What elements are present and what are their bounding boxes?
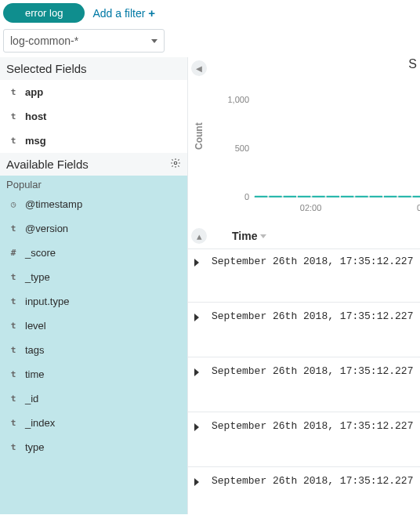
field-name: host (25, 111, 46, 122)
time-column-header[interactable]: Time (232, 230, 266, 242)
svg-rect-5 (255, 196, 267, 198)
document-time: September 26th 2018, 17:35:12.227 (212, 365, 413, 377)
add-filter-label: Add a filter (92, 7, 145, 20)
svg-rect-12 (355, 196, 368, 198)
document-row: September 26th 2018, 17:35:12.227 (188, 302, 420, 357)
field-name: time (25, 368, 45, 380)
svg-point-0 (174, 161, 177, 165)
field-name: type (25, 441, 45, 453)
expand-row-icon[interactable] (194, 368, 199, 376)
selected-fields-header: Selected Fields (0, 57, 187, 80)
histogram-chart[interactable]: Count 05001,00002:0005: (188, 79, 420, 220)
field-name: _type (25, 271, 50, 283)
field-type-icon: t (9, 223, 17, 234)
document-time: September 26th 2018, 17:35:12.227 (212, 475, 413, 487)
available-field[interactable]: t input.type (0, 289, 187, 314)
svg-rect-11 (341, 196, 353, 198)
available-field[interactable]: t @version (0, 216, 187, 241)
field-name: app (25, 86, 43, 98)
field-name: @version (25, 223, 68, 234)
sort-desc-icon (260, 234, 266, 238)
svg-rect-6 (269, 196, 281, 198)
field-name: input.type (25, 296, 69, 307)
chevron-down-icon (151, 39, 158, 43)
expand-row-icon[interactable] (194, 423, 199, 431)
selected-field[interactable]: t msg (0, 129, 187, 153)
field-name: _index (25, 417, 55, 429)
expand-row-icon[interactable] (194, 478, 199, 486)
field-type-icon: t (9, 418, 17, 428)
svg-rect-7 (284, 196, 296, 198)
field-type-icon: # (9, 248, 17, 258)
svg-text:02:00: 02:00 (300, 203, 322, 212)
field-name: _id (25, 393, 38, 404)
error-log-pill[interactable]: error log (3, 3, 85, 23)
field-type-icon: t (9, 111, 17, 121)
field-type-icon: t (9, 296, 17, 306)
collapse-chart-button[interactable]: ▴ (191, 228, 207, 244)
available-field[interactable]: t type (0, 435, 187, 459)
document-time: September 26th 2018, 17:35:12.227 (212, 310, 413, 322)
selected-fields-label: Selected Fields (6, 62, 87, 75)
field-name: _score (25, 247, 56, 259)
field-name: tags (25, 344, 45, 356)
svg-text:1,000: 1,000 (227, 95, 249, 104)
svg-rect-9 (312, 196, 324, 198)
expand-row-icon[interactable] (194, 259, 199, 267)
plus-icon: + (148, 6, 155, 20)
document-time: September 26th 2018, 17:35:12.227 (212, 256, 413, 267)
svg-rect-13 (370, 196, 382, 198)
field-type-icon: t (9, 442, 17, 452)
field-type-icon: t (9, 136, 17, 146)
svg-text:05:: 05: (417, 203, 420, 212)
index-pattern-select[interactable]: log-common-* (3, 29, 165, 53)
index-pattern-value: log-common-* (10, 34, 78, 47)
available-field[interactable]: t level (0, 314, 187, 338)
document-row: September 26th 2018, 17:35:12.227 (188, 357, 420, 412)
chart-ylabel: Count (194, 122, 205, 150)
document-row: September 26th 2018, 17:35:12.227 (188, 248, 420, 302)
document-row: September 26th 2018, 17:35:12.227 (188, 466, 420, 514)
field-type-icon: t (9, 321, 17, 331)
add-filter-link[interactable]: Add a filter + (92, 6, 155, 20)
field-type-icon: t (9, 272, 17, 282)
svg-rect-10 (327, 196, 339, 198)
field-type-icon: t (9, 394, 17, 404)
field-type-icon: t (9, 87, 17, 97)
available-field[interactable]: t _type (0, 265, 187, 289)
svg-text:0: 0 (244, 192, 249, 201)
document-time: September 26th 2018, 17:35:12.227 (212, 420, 413, 432)
selected-field[interactable]: t host (0, 104, 187, 129)
main-panel: ◄ S Count 05001,00002:0005: ▴ Time Septe… (188, 57, 420, 514)
svg-rect-15 (398, 196, 411, 198)
field-name: @timestamp (25, 198, 82, 210)
fields-sidebar: Selected Fields t appt hostt msg Availab… (0, 57, 188, 514)
svg-text:500: 500 (235, 143, 249, 153)
available-field[interactable]: t _index (0, 411, 187, 435)
available-fields-header: Available Fields (0, 153, 187, 176)
collapse-sidebar-button[interactable]: ◄ (191, 60, 207, 76)
available-field[interactable]: t tags (0, 338, 187, 362)
svg-rect-16 (413, 196, 420, 198)
truncated-right-text: S (408, 57, 417, 71)
document-row: September 26th 2018, 17:35:12.227 (188, 412, 420, 466)
time-header-text: Time (232, 230, 257, 242)
field-type-icon: t (9, 345, 17, 355)
gear-icon[interactable] (170, 158, 181, 171)
popular-header: Popular (0, 176, 187, 192)
available-field[interactable]: ◷ @timestamp (0, 192, 187, 216)
selected-field[interactable]: t app (0, 80, 187, 104)
svg-rect-8 (298, 196, 310, 198)
field-type-icon: ◷ (9, 199, 17, 209)
available-field[interactable]: t time (0, 362, 187, 386)
available-fields-label: Available Fields (6, 158, 89, 171)
available-field[interactable]: t _id (0, 386, 187, 411)
field-type-icon: t (9, 369, 17, 379)
field-name: level (25, 320, 46, 332)
field-name: msg (25, 135, 46, 147)
expand-row-icon[interactable] (194, 314, 199, 321)
available-field[interactable]: # _score (0, 241, 187, 265)
svg-rect-14 (384, 196, 396, 198)
